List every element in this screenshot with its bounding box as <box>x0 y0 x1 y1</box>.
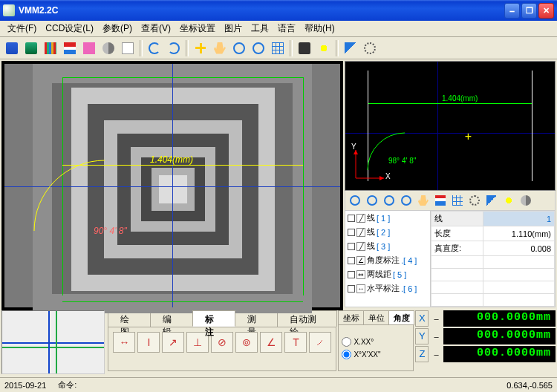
grid-button[interactable] <box>269 39 287 57</box>
dim-tool-button[interactable]: ⊘ <box>211 332 233 353</box>
object-row[interactable]: ∠角度标注.[ 4 ] <box>345 253 430 267</box>
excel-button[interactable] <box>22 39 40 57</box>
dim-tool-button[interactable]: ⊚ <box>235 332 258 353</box>
zoom-icon <box>350 195 360 206</box>
maximize-button[interactable]: ❐ <box>521 3 537 19</box>
object-index: [ 2 ] <box>377 228 390 237</box>
cad-gear-button[interactable] <box>466 192 483 209</box>
checkbox-icon[interactable] <box>348 285 355 293</box>
object-row[interactable]: ↔水平标注.[ 6 ] <box>345 281 430 295</box>
radio-icon[interactable] <box>342 350 351 359</box>
chart-icon <box>45 42 56 54</box>
undo-button[interactable] <box>146 39 163 57</box>
dim-tool-button[interactable]: ⟋ <box>309 332 331 353</box>
object-row[interactable]: ⇔两线距[ 5 ] <box>345 267 430 281</box>
radio-icon[interactable] <box>342 337 351 347</box>
object-row[interactable]: ╱线[ 1 ] <box>345 211 430 225</box>
cad-light-button[interactable] <box>501 192 517 209</box>
minimize-button[interactable]: ‒ <box>504 3 520 19</box>
menu-item[interactable]: 参数(P) <box>98 21 137 36</box>
dim-tool-button[interactable]: T <box>284 332 307 353</box>
arrow-button[interactable] <box>342 39 359 57</box>
coord-tab[interactable]: 坐标 <box>338 310 364 325</box>
cad-arrow-button[interactable] <box>483 192 500 209</box>
cad-cut-button[interactable] <box>518 192 534 209</box>
cad-dim-label: 1.404(mm) <box>442 94 478 102</box>
object-index: [ 1 ] <box>377 214 390 223</box>
pink-icon <box>83 42 95 54</box>
object-index: .[ 6 ] <box>401 284 417 293</box>
menu-item[interactable]: CCD设定(L) <box>41 21 98 36</box>
angle-opt[interactable]: X.XX° <box>342 337 410 347</box>
coord-tab[interactable]: 角度 <box>388 310 414 325</box>
dash-icon: – <box>431 332 440 341</box>
coord-tab[interactable]: 单位 <box>363 310 389 325</box>
checkbox-icon[interactable] <box>348 229 355 236</box>
word-button[interactable] <box>3 39 21 57</box>
a-button[interactable] <box>119 39 137 57</box>
plus-icon <box>195 42 206 54</box>
tab-2[interactable]: 标注 <box>192 310 235 327</box>
menu-item[interactable]: 帮助(H) <box>300 21 339 36</box>
light-icon <box>504 195 514 206</box>
cam-button[interactable] <box>296 39 313 57</box>
main-toolbar <box>0 37 557 59</box>
plus-button[interactable] <box>192 39 209 57</box>
shape-icon: ╱ <box>356 228 365 237</box>
menu-item[interactable]: 工具 <box>247 21 273 36</box>
zoom-button[interactable] <box>250 39 267 57</box>
grid-icon <box>272 42 284 54</box>
bar-button[interactable] <box>61 39 79 57</box>
cad-view[interactable]: 1.404(mm) 98° 4' 8" X Y + <box>345 61 556 191</box>
redo-button[interactable] <box>165 39 183 57</box>
checkbox-icon[interactable] <box>348 243 355 250</box>
chart-button[interactable] <box>42 39 59 57</box>
checkbox-icon[interactable] <box>348 215 355 222</box>
status-coords: 0.634,-0.565 <box>506 381 553 390</box>
cad-dim-line <box>368 103 532 104</box>
cut-button[interactable] <box>100 39 117 57</box>
axis-label: Y <box>415 328 429 344</box>
zoom-button[interactable] <box>230 39 248 57</box>
hand-icon <box>214 42 226 54</box>
menu-item[interactable]: 图片 <box>220 21 247 36</box>
object-label: 线 <box>367 226 375 238</box>
object-row[interactable]: ╱线[ 3 ] <box>345 239 430 253</box>
axis-origin: X Y <box>351 146 388 184</box>
svg-marker-2 <box>380 176 384 180</box>
dim-tool-button[interactable]: ↗ <box>162 332 184 353</box>
hand-button[interactable] <box>211 39 229 57</box>
dim-tool-button[interactable]: ∠ <box>260 332 282 353</box>
checkbox-icon[interactable] <box>348 257 355 264</box>
dim-tool-button[interactable]: I <box>137 332 160 353</box>
video-image: 1.404(mm) 90° 4' 8" <box>4 64 340 307</box>
checkbox-icon[interactable] <box>348 271 355 278</box>
object-label: 两线距 <box>367 269 391 280</box>
cad-grid-button[interactable] <box>449 192 466 209</box>
redo-icon <box>168 42 180 54</box>
shape-icon: ╱ <box>356 214 365 223</box>
angle-opt[interactable]: X°X'XX" <box>342 350 410 359</box>
undo-icon <box>149 42 160 54</box>
camera-view[interactable]: 1.404(mm) 90° 4' 8" <box>1 61 343 310</box>
light-button[interactable] <box>315 39 333 57</box>
status-cmd-label: 命令: <box>58 379 76 391</box>
close-button[interactable]: ✕ <box>538 3 554 19</box>
menu-item[interactable]: 坐标设置 <box>175 21 220 36</box>
menu-item[interactable]: 语言 <box>273 21 300 36</box>
shape-icon: ↔ <box>356 284 365 293</box>
menu-item[interactable]: 文件(F) <box>3 21 41 36</box>
object-list[interactable]: ╱线[ 1 ]╱线[ 2 ]╱线[ 3 ]∠角度标注.[ 4 ]⇔两线距[ 5 … <box>345 211 431 307</box>
a-icon <box>122 42 134 54</box>
axis-label: Z <box>415 346 429 362</box>
cad-zoom-button[interactable] <box>347 192 363 209</box>
thumbnail-view[interactable] <box>1 310 105 374</box>
gear-button[interactable] <box>361 39 379 57</box>
object-row[interactable]: ╱线[ 2 ] <box>345 225 430 239</box>
bar-icon <box>64 42 76 54</box>
grid-icon <box>452 195 463 206</box>
cut-icon <box>102 42 114 54</box>
pink-button[interactable] <box>80 39 98 57</box>
dim-tool-button[interactable]: ↔ <box>113 332 135 353</box>
menu-item[interactable]: 查看(V) <box>137 21 175 36</box>
